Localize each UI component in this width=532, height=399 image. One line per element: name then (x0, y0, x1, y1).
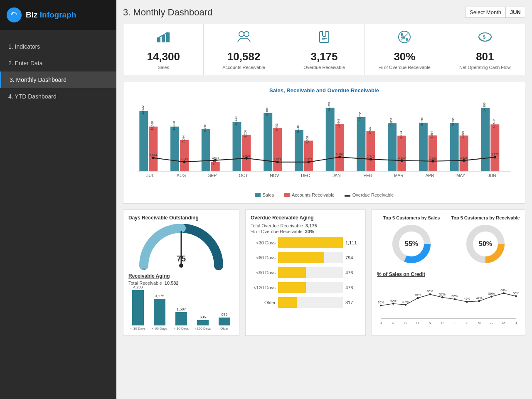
svg-rect-35 (233, 122, 241, 171)
svg-rect-23 (170, 127, 179, 171)
svg-point-134 (466, 301, 468, 303)
svg-point-146 (515, 296, 517, 298)
svg-point-12 (406, 38, 408, 41)
svg-text:9,546: 9,546 (203, 124, 207, 132)
kpi-overdue-receivable-value: 3,175 (288, 50, 360, 63)
sales-credit-svg: 35%J40%A37%S55%O65%N57%D52%J45%F47%M59%A… (377, 280, 520, 330)
svg-point-116 (392, 303, 394, 305)
sidebar: Biz Infograph 1. Indicators 2. Enter Dat… (0, 0, 116, 399)
overdue-bar-value: 794 (345, 255, 360, 260)
svg-text:45%: 45% (464, 297, 470, 301)
bar-chart-container: 13,62210,0803,024JUL10,0807,0642,119AUG9… (129, 98, 519, 189)
svg-rect-59 (357, 117, 365, 171)
svg-text:10,080: 10,080 (172, 121, 176, 131)
svg-point-102 (179, 264, 183, 268)
svg-rect-3 (166, 32, 170, 42)
overdue-bar-label: <120 Days (251, 285, 276, 290)
kpi-sales-value: 14,300 (128, 50, 199, 63)
svg-rect-60 (366, 131, 375, 171)
svg-text:10,648: 10,648 (337, 119, 340, 128)
svg-point-122 (417, 297, 419, 299)
overdue-bar-label: <60 Days (251, 255, 276, 260)
overdue-bar-fill (278, 252, 324, 263)
svg-text:55%: 55% (415, 293, 421, 297)
aging-bar-rect (132, 290, 144, 325)
legend-receivable: Accounts Receivable (284, 192, 335, 197)
bar-chart-svg: 13,62210,0803,024JUL10,0807,0642,119AUG9… (129, 98, 519, 189)
svg-text:JUN: JUN (488, 173, 496, 178)
overdue-bar-row: Older 317 (251, 297, 360, 308)
aging-bar-value: 4,233 (133, 285, 143, 289)
month-selector: Select Month JUN (465, 7, 525, 18)
aging-bar-label: < 30 Days (131, 327, 145, 330)
legend-receivable-dot (284, 193, 290, 197)
svg-text:FEB: FEB (364, 173, 372, 178)
aging-bar-value: 952 (221, 313, 227, 317)
svg-text:2,428: 2,428 (460, 156, 468, 160)
svg-text:13,180: 13,180 (265, 108, 269, 117)
svg-text:DEC: DEC (301, 173, 310, 178)
overdue-bar-fill (278, 297, 297, 308)
sidebar-item-monthly-dashboard[interactable]: 3. Monthly Dashboard (0, 71, 116, 88)
sidebar-item-enter-data[interactable]: 2. Enter Data (0, 55, 116, 71)
svg-rect-78 (460, 135, 468, 171)
svg-text:0: 0 (143, 268, 145, 270)
svg-text:13,622: 13,622 (141, 106, 145, 115)
overdue-bar-fill (278, 282, 306, 293)
overdue-bar-row: <60 Days 794 (251, 252, 360, 263)
svg-point-128 (441, 296, 443, 298)
svg-point-113 (380, 305, 382, 307)
bar-chart-legend: Sales Accounts Receivable Overdue Receiv… (129, 192, 519, 197)
sales-credit-title: % of Sales on Credit (377, 271, 520, 277)
svg-text:37%: 37% (402, 300, 409, 304)
svg-point-95 (338, 156, 341, 158)
svg-rect-54 (335, 124, 344, 171)
kpi-cashflow-value: 801 (449, 50, 521, 63)
overdue-bar-value: 317 (345, 300, 360, 305)
month-value[interactable]: JUN (506, 7, 525, 18)
top5-sales-title: Top 5 Customers by Sales (377, 215, 446, 221)
overdue-aging-title: Overdue Receivable Aging (251, 215, 360, 221)
overdue-bar-row: <90 Days 476 (251, 267, 360, 278)
svg-rect-29 (202, 129, 210, 171)
svg-text:2,079: 2,079 (274, 158, 281, 161)
aging-bar-rect (154, 299, 165, 325)
svg-text:11,149: 11,149 (234, 116, 238, 126)
svg-text:S: S (404, 321, 407, 325)
svg-rect-41 (264, 113, 272, 171)
svg-text:9,335: 9,335 (296, 125, 300, 133)
svg-point-100 (494, 156, 496, 158)
overdue-total-stat: Total Overdue Receivable 3,175 (251, 223, 360, 228)
overdue-bar-label: <30 Days (251, 240, 276, 245)
svg-text:10,938: 10,938 (420, 117, 424, 126)
svg-text:10,857: 10,857 (389, 118, 393, 127)
svg-text:A: A (490, 321, 493, 325)
svg-text:65%: 65% (427, 290, 433, 293)
aging-bar-value: 635 (200, 315, 206, 319)
svg-text:JAN: JAN (332, 173, 340, 178)
kpi-sales: 14,300 Sales (123, 24, 204, 75)
svg-text:35%: 35% (378, 301, 384, 305)
top5-receivable-title: Top 5 Customers by Receivable (451, 215, 520, 221)
aging-bar-rect (175, 312, 187, 325)
overdue-bar-row: <120 Days 476 (251, 282, 360, 293)
overdue-aging-card: Overdue Receivable Aging Total Overdue R… (245, 209, 366, 336)
sales-icon (128, 29, 199, 48)
kpi-accounts-receivable-value: 10,582 (208, 50, 279, 63)
receivable-aging-title: Receivable Aging (128, 273, 234, 279)
svg-rect-65 (388, 123, 397, 171)
logo-icon (7, 7, 22, 22)
top5-receivable-card: Top 5 Customers by Receivable 50% (451, 215, 520, 266)
kpi-cashflow: $ 801 Net Operating Cash Flow (445, 24, 525, 75)
top5-sales-card: Top 5 Customers by Sales 55% (377, 215, 446, 266)
svg-text:8,250: 8,250 (244, 130, 247, 138)
svg-text:MAR: MAR (394, 173, 404, 178)
bar-chart-section: Sales, Receivable and Overdue Receivable… (123, 81, 525, 204)
overdue-bar-value: 476 (345, 270, 360, 275)
aging-bar-col: 952 Older (215, 313, 234, 330)
svg-point-89 (152, 157, 155, 159)
sidebar-nav: 1. Indicators 2. Enter Data 3. Monthly D… (0, 30, 116, 113)
sidebar-item-ytd-dashboard[interactable]: 4. YTD Dashboard (0, 88, 116, 105)
sidebar-item-indicators[interactable]: 1. Indicators (0, 38, 116, 55)
overdue-bar-bg (278, 252, 343, 263)
